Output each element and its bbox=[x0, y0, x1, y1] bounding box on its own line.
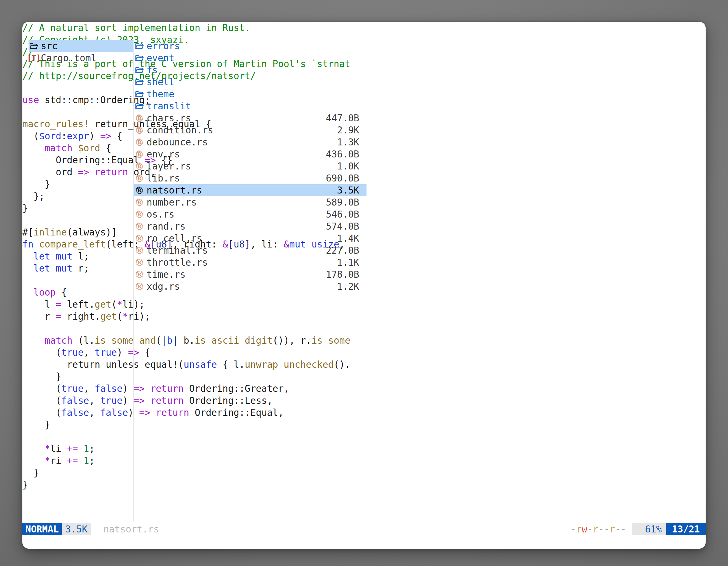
entry-size: 1.0K bbox=[337, 161, 367, 172]
file-row[interactable]: Rnatsort.rs3.5K bbox=[134, 184, 367, 196]
file-row[interactable]: Rtime.rs178.0B bbox=[134, 269, 367, 281]
entry-name: rand.rs bbox=[147, 221, 326, 232]
rust-icon: R bbox=[134, 282, 144, 292]
code-line: match (l.is_some_and(|b| b.is_ascii_digi… bbox=[22, 334, 356, 346]
entry-name: translit bbox=[147, 101, 359, 112]
dir-row[interactable]: errors bbox=[134, 40, 367, 52]
entry-size: 574.0B bbox=[326, 221, 367, 232]
entry-size: 1.3K bbox=[337, 137, 367, 148]
code-line: return_unless_equal!(unsafe { l.unwrap_u… bbox=[22, 358, 356, 370]
parent-pane: src[T]Cargo.toml bbox=[29, 40, 133, 64]
file-row[interactable]: Rlib.rs690.0B bbox=[134, 172, 367, 184]
code-line: r = right.get(*ri); bbox=[22, 310, 356, 322]
entry-name: throttle.rs bbox=[147, 257, 337, 268]
entry-name: lib.rs bbox=[147, 173, 326, 184]
status-bar: NORMAL 3.5K natsort.rs -rw-r--r-- 61% 13… bbox=[22, 523, 706, 535]
folder-open-icon bbox=[134, 41, 144, 51]
folder-open-icon bbox=[134, 89, 144, 99]
file-row[interactable]: Rro_cell.rs1.4K bbox=[134, 233, 367, 245]
svg-text:R: R bbox=[137, 151, 142, 157]
entry-name: event bbox=[147, 53, 359, 64]
rust-icon: R bbox=[134, 258, 144, 268]
entry-name: debounce.rs bbox=[147, 137, 337, 148]
svg-text:R: R bbox=[137, 200, 142, 205]
file-row[interactable]: Ros.rs546.0B bbox=[134, 208, 367, 220]
svg-text:R: R bbox=[137, 163, 142, 169]
file-row[interactable]: Rlayer.rs1.0K bbox=[134, 160, 367, 172]
svg-text:R: R bbox=[137, 236, 142, 241]
folder-open-icon bbox=[134, 101, 144, 111]
dir-row[interactable]: fs bbox=[134, 64, 367, 76]
file-row[interactable]: Rdebounce.rs1.3K bbox=[134, 136, 367, 148]
entry-size: 1.1K bbox=[337, 257, 367, 268]
rust-icon: R bbox=[134, 137, 144, 147]
entry-size: 227.0B bbox=[326, 245, 367, 256]
code-line: } bbox=[22, 419, 356, 431]
folder-open-icon bbox=[29, 41, 39, 51]
scroll-percent-chip: 61% bbox=[632, 523, 666, 535]
current-pane: errorseventfsshellthemetranslitRchars.rs… bbox=[134, 40, 367, 292]
svg-text:R: R bbox=[137, 115, 142, 121]
file-row[interactable]: Rrand.rs574.0B bbox=[134, 220, 367, 233]
code-line: (true, true) => { bbox=[22, 346, 356, 358]
code-line: } bbox=[22, 370, 356, 382]
rust-icon: R bbox=[134, 161, 144, 172]
rust-icon: R bbox=[134, 125, 144, 135]
entry-name: Cargo.toml bbox=[41, 53, 133, 64]
file-row[interactable]: Rnumber.rs589.0B bbox=[134, 196, 367, 208]
desktop: { "app": "yazi-file-manager", "colors": … bbox=[0, 0, 728, 566]
entry-size: 447.0B bbox=[326, 113, 367, 124]
dir-row[interactable]: shell bbox=[134, 76, 367, 88]
file-row[interactable]: Rchars.rs447.0B bbox=[134, 112, 367, 124]
rust-icon: R bbox=[134, 246, 144, 256]
code-line bbox=[22, 431, 356, 443]
file-row[interactable]: Rterminal.rs227.0B bbox=[134, 245, 367, 257]
svg-text:R: R bbox=[137, 212, 142, 217]
file-row[interactable]: Renv.rs436.0B bbox=[134, 148, 367, 160]
svg-text:R: R bbox=[137, 224, 142, 229]
entry-name: chars.rs bbox=[147, 113, 326, 124]
file-row[interactable]: Rthrottle.rs1.1K bbox=[134, 257, 367, 269]
entry-name: env.rs bbox=[147, 149, 326, 160]
folder-open-icon bbox=[134, 53, 144, 63]
status-file-name: natsort.rs bbox=[104, 524, 159, 535]
entry-size: 1.4K bbox=[337, 233, 367, 244]
entry-name: shell bbox=[147, 77, 359, 88]
svg-text:R: R bbox=[137, 175, 142, 181]
code-line: } bbox=[22, 479, 356, 491]
code-line: } bbox=[22, 467, 356, 479]
code-line: // A natural sort implementation in Rust… bbox=[22, 22, 356, 34]
mode-badge: NORMAL bbox=[22, 523, 62, 535]
dir-row[interactable]: event bbox=[134, 52, 367, 64]
entry-name: condition.rs bbox=[147, 125, 337, 136]
folder-open-icon bbox=[134, 65, 144, 75]
entry-size: 546.0B bbox=[326, 209, 367, 220]
rust-icon: R bbox=[134, 270, 144, 280]
rust-icon: R bbox=[134, 113, 144, 123]
code-line: *li += 1; bbox=[22, 443, 356, 455]
svg-text:R: R bbox=[137, 127, 142, 133]
entry-size: 589.0B bbox=[326, 197, 367, 208]
entry-name: xdg.rs bbox=[147, 281, 337, 292]
svg-text:R: R bbox=[137, 283, 142, 289]
dir-row[interactable]: src bbox=[29, 40, 133, 52]
svg-text:R: R bbox=[137, 187, 142, 193]
toml-icon: [T] bbox=[29, 53, 39, 63]
entry-size: 2.9K bbox=[337, 125, 367, 136]
entry-name: natsort.rs bbox=[147, 185, 337, 196]
pane-divider-right bbox=[367, 40, 367, 522]
status-left-group: NORMAL 3.5K natsort.rs bbox=[22, 523, 159, 535]
entry-name: terminal.rs bbox=[147, 245, 326, 256]
entry-name: theme bbox=[147, 89, 359, 100]
file-row[interactable]: [T]Cargo.toml bbox=[29, 52, 133, 64]
svg-text:R: R bbox=[137, 139, 142, 145]
rust-icon: R bbox=[134, 186, 144, 196]
entry-name: os.rs bbox=[147, 209, 326, 220]
file-row[interactable]: Rcondition.rs2.9K bbox=[134, 124, 367, 136]
dir-row[interactable]: translit bbox=[134, 100, 367, 112]
code-line: (false, true) => return Ordering::Less, bbox=[22, 394, 356, 407]
dir-row[interactable]: theme bbox=[134, 88, 367, 100]
file-row[interactable]: Rxdg.rs1.2K bbox=[134, 281, 367, 292]
code-line: l = left.get(*li); bbox=[22, 298, 356, 310]
rust-icon: R bbox=[134, 173, 144, 184]
